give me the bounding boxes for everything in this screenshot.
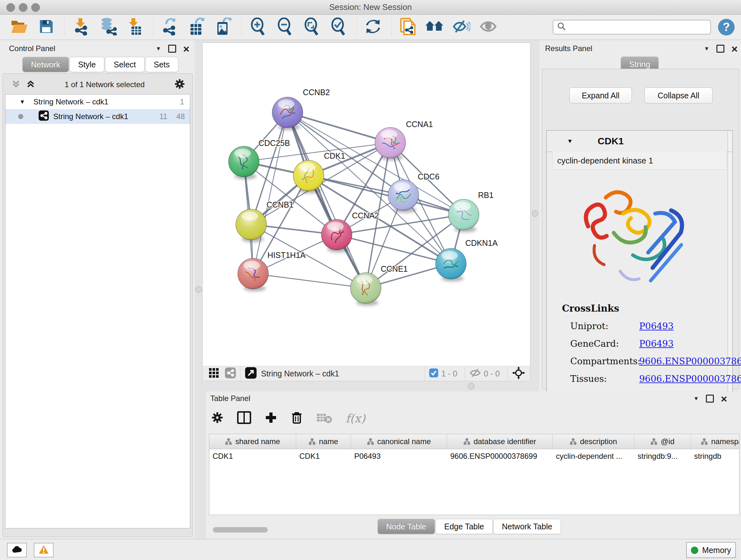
search-input[interactable] bbox=[569, 22, 706, 32]
eye-icon bbox=[480, 19, 497, 35]
import-network-database-button[interactable] bbox=[98, 17, 118, 37]
help-button[interactable]: ? bbox=[718, 19, 735, 36]
delete-column-trash-icon[interactable] bbox=[291, 411, 303, 426]
export-network-button[interactable] bbox=[159, 17, 179, 37]
network-options-gear-icon[interactable] bbox=[174, 78, 185, 91]
network-node-CCNE1[interactable]: CCNE1 bbox=[350, 264, 408, 306]
bottom-splitter-handle[interactable] bbox=[468, 383, 475, 389]
network-edge[interactable] bbox=[287, 112, 366, 288]
panel-float-icon[interactable] bbox=[717, 45, 724, 53]
panel-menu-icon[interactable]: ▼ bbox=[156, 46, 161, 52]
left-splitter-handle[interactable] bbox=[195, 286, 202, 293]
crosslink-link[interactable]: P06493 bbox=[639, 338, 674, 349]
column-header-shared-name[interactable]: shared name bbox=[209, 434, 296, 449]
zoom-selected-button[interactable] bbox=[328, 17, 348, 37]
column-header-namespace[interactable]: namespace bbox=[691, 434, 739, 449]
column-type-icon bbox=[309, 438, 316, 445]
table-options-gear-icon[interactable] bbox=[211, 411, 224, 425]
scrollbar-thumb[interactable] bbox=[213, 527, 268, 533]
window-minimize-button[interactable] bbox=[19, 3, 27, 12]
hide-selection-button[interactable] bbox=[452, 17, 471, 37]
cloud-status-button[interactable] bbox=[7, 543, 27, 557]
protein-expander-icon[interactable]: ▼ bbox=[567, 138, 573, 145]
zoom-in-button[interactable] bbox=[248, 17, 268, 37]
crosslink-link[interactable]: 9606.ENSP00000378699 bbox=[639, 374, 741, 384]
panel-close-icon[interactable]: × bbox=[721, 395, 727, 402]
tab-node-table[interactable]: Node Table bbox=[378, 519, 435, 534]
network-node-RB1[interactable]: RB1 bbox=[448, 191, 494, 233]
right-splitter-handle[interactable] bbox=[532, 210, 538, 217]
panel-float-icon[interactable] bbox=[168, 45, 176, 53]
tab-edge-table[interactable]: Edge Table bbox=[435, 519, 493, 534]
node-label: CDK1 bbox=[324, 151, 345, 160]
tab-sets[interactable]: Sets bbox=[145, 57, 179, 72]
window-zoom-button[interactable] bbox=[31, 3, 40, 12]
show-columns-icon[interactable] bbox=[237, 411, 251, 425]
hidden-eye-slash-icon[interactable] bbox=[470, 368, 481, 379]
network-node-HIST1H1A[interactable]: HIST1H1A bbox=[238, 251, 306, 292]
network-edge[interactable] bbox=[287, 112, 390, 143]
collapse-all-button[interactable]: Collapse All bbox=[644, 87, 713, 104]
table-row[interactable]: CDK1CDK1P064939606.ENSP00000378699cyclin… bbox=[209, 449, 739, 463]
panel-menu-icon[interactable]: ▼ bbox=[693, 395, 699, 402]
collapse-all-networks-icon[interactable] bbox=[11, 79, 21, 90]
network-node-CCNB2[interactable]: CCNB2 bbox=[272, 88, 330, 130]
column-header-database-identifier[interactable]: database identifier bbox=[447, 434, 553, 449]
panel-close-icon[interactable]: × bbox=[183, 46, 190, 52]
tab-network-table[interactable]: Network Table bbox=[493, 519, 561, 534]
import-table-file-button[interactable] bbox=[125, 17, 145, 37]
warning-status-button[interactable] bbox=[34, 543, 54, 557]
new-network-from-selection-button[interactable] bbox=[398, 17, 418, 37]
column-header-@id[interactable]: @id bbox=[634, 434, 691, 449]
collection-expander-icon[interactable]: ▼ bbox=[19, 99, 25, 105]
protein-card-header[interactable]: ▼ CDK1 bbox=[547, 131, 732, 152]
memory-button[interactable]: Memory bbox=[686, 542, 736, 558]
crosslink-link[interactable]: 9606.ENSP00000378699 bbox=[639, 356, 741, 367]
network-node-CDK1[interactable]: CDK1 bbox=[293, 151, 345, 193]
birds-eye-view-icon[interactable] bbox=[225, 368, 236, 380]
network-collection-row[interactable]: ▼ String Network – cdk1 1 bbox=[5, 95, 190, 109]
network-node-CCNA1[interactable]: CCNA1 bbox=[375, 120, 433, 161]
save-session-button[interactable] bbox=[37, 17, 56, 37]
zoom-fit-button[interactable] bbox=[301, 17, 321, 37]
node-table[interactable]: shared name name canonical name database… bbox=[209, 434, 739, 515]
panel-float-icon[interactable] bbox=[706, 395, 714, 402]
crosslink-link[interactable]: P06493 bbox=[639, 321, 674, 331]
import-network-file-button[interactable] bbox=[71, 17, 91, 37]
column-header-name[interactable]: name bbox=[296, 434, 351, 449]
selected-checkbox-icon[interactable] bbox=[429, 368, 438, 379]
node-label: CCNA2 bbox=[352, 211, 379, 220]
first-neighbors-button[interactable] bbox=[425, 17, 445, 37]
zoom-out-button[interactable] bbox=[275, 17, 294, 37]
window-close-button[interactable] bbox=[6, 3, 15, 12]
open-session-button[interactable] bbox=[10, 17, 29, 37]
grid-view-icon[interactable] bbox=[209, 368, 219, 379]
column-header-canonical-name[interactable]: canonical name bbox=[351, 434, 447, 449]
panel-menu-icon[interactable]: ▼ bbox=[704, 46, 710, 52]
tab-network[interactable]: Network bbox=[22, 57, 69, 72]
fit-content-crosshair-icon[interactable] bbox=[512, 367, 525, 381]
export-table-button[interactable] bbox=[186, 17, 206, 37]
network-graph[interactable]: CCNB2 CCNA1 CDC25B CDK1 CDC6 bbox=[203, 43, 530, 366]
export-view-icon[interactable] bbox=[245, 367, 257, 380]
expand-all-networks-icon[interactable] bbox=[26, 79, 36, 90]
export-network-icon bbox=[161, 17, 178, 37]
toolbar-separator bbox=[391, 17, 392, 37]
column-header-description[interactable]: description bbox=[553, 434, 634, 449]
network-edge[interactable] bbox=[253, 112, 287, 273]
network-node-CCNB1[interactable]: CCNB1 bbox=[236, 200, 293, 242]
add-column-plus-icon[interactable] bbox=[265, 411, 277, 425]
network-node-CDKN1A[interactable]: CDKN1A bbox=[435, 239, 498, 282]
show-all-button[interactable] bbox=[478, 17, 498, 37]
panel-close-icon[interactable]: × bbox=[731, 46, 738, 52]
expand-all-button[interactable]: Expand All bbox=[569, 87, 632, 104]
tab-style[interactable]: Style bbox=[70, 57, 105, 72]
search-box[interactable] bbox=[553, 20, 711, 35]
network-edge[interactable] bbox=[253, 273, 366, 288]
network-edge[interactable] bbox=[309, 176, 464, 214]
network-row[interactable]: String Network – cdk1 11 48 bbox=[5, 109, 190, 124]
export-image-button[interactable] bbox=[213, 17, 233, 37]
tab-select[interactable]: Select bbox=[105, 57, 144, 72]
network-canvas[interactable]: CCNB2 CCNA1 CDC25B CDK1 CDC6 bbox=[202, 43, 530, 366]
apply-layout-button[interactable] bbox=[363, 17, 383, 37]
